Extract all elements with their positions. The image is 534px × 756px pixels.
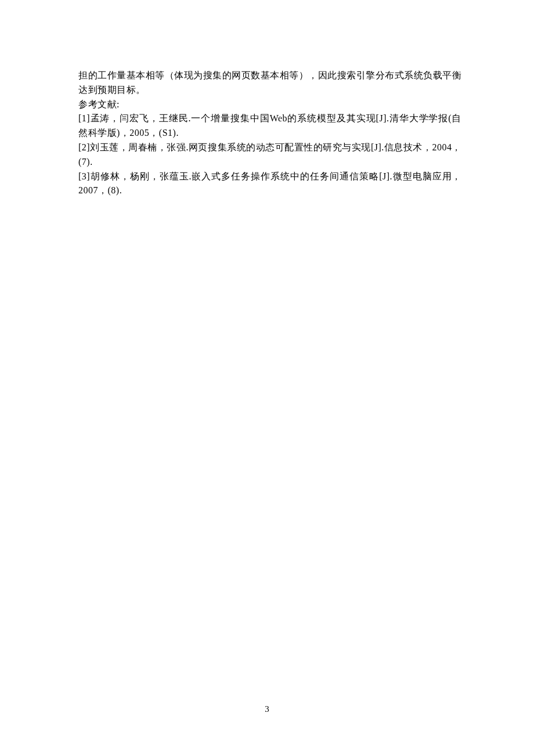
references-heading: 参考文献: [78,98,461,112]
reference-entry: [3]胡修林，杨刚，张蕴玉.嵌入式多任务操作系统中的任务间通信策略[J].微型电… [78,170,461,199]
document-page: 担的工作量基本相等（体现为搜集的网页数基本相等），因此搜索引擎分布式系统负载平衡… [0,0,534,198]
body-paragraph: 担的工作量基本相等（体现为搜集的网页数基本相等），因此搜索引擎分布式系统负载平衡… [78,69,461,98]
page-number: 3 [0,704,534,714]
reference-entry: [1]孟涛，闫宏飞，王继民.一个增量搜集中国Web的系统模型及其实现[J].清华… [78,111,461,141]
reference-entry: [2]刘玉莲，周春楠，张强.网页搜集系统的动态可配置性的研究与实现[J].信息技… [78,141,461,170]
